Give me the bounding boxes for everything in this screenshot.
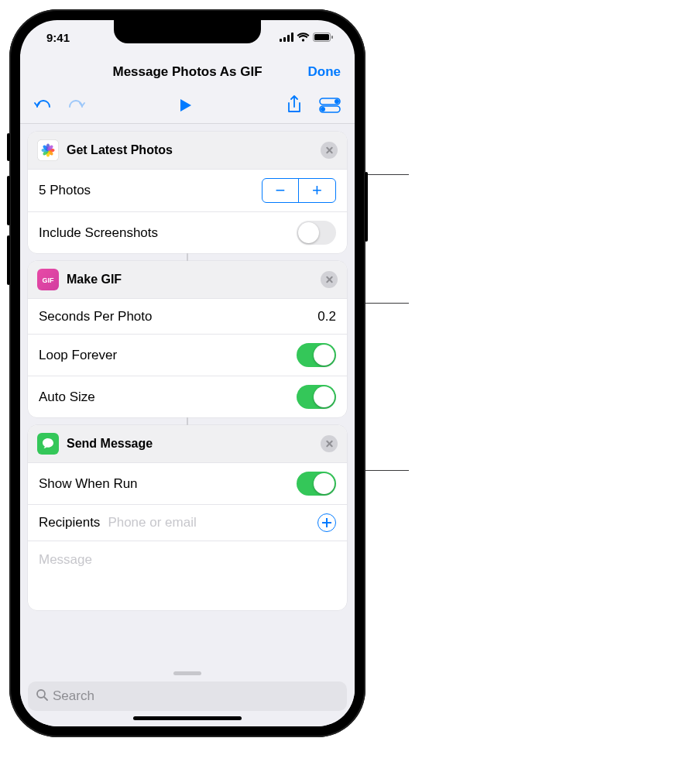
show-when-run-switch[interactable]	[297, 472, 336, 496]
share-button[interactable]	[287, 95, 302, 115]
cellular-icon	[280, 31, 293, 44]
stepper-decrement[interactable]: −	[262, 179, 299, 202]
phone-frame: 9:41 Message Photos As GIF Done	[9, 9, 365, 737]
recipients-label: Recipients	[39, 515, 100, 530]
seconds-per-photo-row[interactable]: Seconds Per Photo 0.2	[28, 298, 347, 334]
volume-down-button	[7, 235, 10, 285]
svg-rect-3	[291, 33, 293, 42]
page-title: Message Photos As GIF	[112, 64, 262, 80]
action-title: Send Message	[67, 437, 153, 451]
action-title: Make GIF	[67, 273, 122, 287]
photos-app-icon	[37, 139, 59, 161]
seconds-per-photo-value: 0.2	[317, 309, 336, 324]
svg-point-8	[335, 99, 339, 104]
redo-button[interactable]	[67, 97, 85, 114]
svg-rect-5	[314, 34, 329, 40]
search-field[interactable]: Search	[28, 681, 347, 711]
recipients-input[interactable]: Phone or email	[108, 515, 310, 530]
connector	[28, 253, 347, 261]
action-header[interactable]: GIF Make GIF	[28, 261, 347, 298]
include-screenshots-label: Include Screenshots	[39, 225, 158, 241]
svg-point-10	[321, 107, 325, 112]
connector	[28, 417, 347, 425]
stepper-increment[interactable]: +	[299, 179, 335, 202]
svg-rect-1	[283, 37, 286, 42]
svg-rect-6	[331, 36, 333, 39]
photo-count-label: 5 Photos	[39, 183, 91, 198]
action-header[interactable]: Send Message	[28, 425, 347, 462]
nav-bar: Message Photos As GIF Done	[20, 54, 355, 90]
undo-button[interactable]	[34, 97, 53, 114]
action-card-get-latest-photos: Get Latest Photos 5 Photos − + Include S…	[28, 132, 347, 253]
loop-forever-row: Loop Forever	[28, 334, 347, 376]
home-indicator[interactable]	[133, 716, 242, 720]
message-placeholder: Message	[39, 552, 92, 568]
auto-size-switch[interactable]	[297, 385, 336, 409]
done-button[interactable]: Done	[308, 64, 341, 80]
auto-size-row: Auto Size	[28, 376, 347, 417]
photo-count-row: 5 Photos − +	[28, 169, 347, 211]
editor-toolbar	[20, 90, 355, 124]
wifi-icon	[297, 31, 310, 44]
shortcut-editor-content[interactable]: Get Latest Photos 5 Photos − + Include S…	[20, 124, 355, 667]
include-screenshots-switch[interactable]	[297, 221, 336, 245]
action-title: Get Latest Photos	[67, 143, 173, 157]
action-header[interactable]: Get Latest Photos	[28, 132, 347, 169]
include-screenshots-row: Include Screenshots	[28, 211, 347, 253]
notch	[114, 20, 261, 43]
status-time: 9:41	[42, 31, 70, 44]
svg-rect-2	[287, 35, 290, 42]
search-placeholder: Search	[53, 688, 94, 704]
search-icon	[36, 688, 48, 705]
show-when-run-row: Show When Run	[28, 462, 347, 504]
loop-forever-label: Loop Forever	[39, 348, 117, 363]
show-when-run-label: Show When Run	[39, 476, 138, 492]
svg-rect-0	[280, 39, 282, 42]
delete-action-button[interactable]	[321, 435, 338, 452]
photo-count-stepper: − +	[262, 178, 336, 203]
recipients-row: Recipients Phone or email	[28, 504, 347, 541]
message-body-row[interactable]: Message	[28, 541, 347, 610]
action-card-send-message: Send Message Show When Run Recipients Ph…	[28, 425, 347, 610]
auto-size-label: Auto Size	[39, 390, 95, 405]
delete-action-button[interactable]	[321, 142, 338, 159]
settings-toggle-button[interactable]	[319, 95, 341, 115]
seconds-per-photo-label: Seconds Per Photo	[39, 309, 152, 324]
delete-action-button[interactable]	[321, 271, 338, 288]
status-indicators	[280, 31, 333, 44]
gif-action-icon: GIF	[37, 269, 59, 290]
phone-screen: 9:41 Message Photos As GIF Done	[20, 20, 355, 726]
messages-app-icon	[37, 433, 59, 455]
loop-forever-switch[interactable]	[297, 343, 336, 367]
svg-line-21	[44, 697, 47, 700]
silent-switch	[7, 133, 10, 161]
svg-text:GIF: GIF	[43, 276, 55, 284]
run-button[interactable]	[179, 98, 193, 113]
battery-icon	[313, 31, 333, 44]
power-button	[365, 172, 368, 242]
action-card-make-gif: GIF Make GIF Seconds Per Photo 0.2 Loop …	[28, 261, 347, 417]
drawer-grabber[interactable]	[173, 671, 201, 675]
volume-up-button	[7, 176, 10, 225]
add-recipient-button[interactable]	[317, 513, 336, 532]
